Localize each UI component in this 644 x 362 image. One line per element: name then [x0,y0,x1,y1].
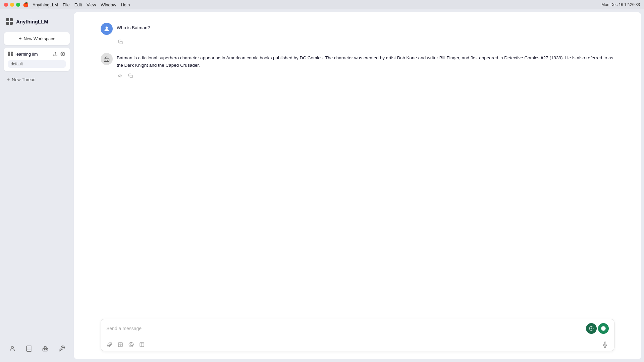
book-icon-button[interactable] [23,343,34,354]
app-logo-icon [5,17,13,25]
svg-point-6 [11,346,13,349]
new-thread-label: New Thread [12,77,36,82]
new-workspace-button[interactable]: + New Workspace [4,32,70,45]
workspace-actions [52,51,66,57]
user-message-content: Who is Batman? [117,23,614,32]
input-container [101,319,614,351]
svg-marker-15 [118,74,120,77]
slash-command-button[interactable] [117,341,124,348]
ai-message-content: Batman is a fictional superhero characte… [117,53,614,69]
svg-point-5 [62,53,63,55]
svg-point-10 [106,26,108,29]
input-bottom [101,338,614,351]
svg-point-8 [44,349,45,350]
svg-rect-1 [10,18,13,21]
svg-rect-12 [104,59,109,61]
menu-file[interactable]: File [63,2,70,7]
user-avatar [101,23,113,35]
svg-rect-19 [140,343,144,347]
traffic-lights[interactable] [4,3,20,7]
user-message-actions [101,39,614,45]
version-label: v1.7.0 [629,2,639,6]
main-content: Who is Batman? [74,12,641,359]
menu-bar: AnythingLLM File Edit View Window Help [33,2,130,7]
send-buttons [586,323,609,334]
agent-icon-button[interactable] [7,343,18,354]
message-input[interactable] [106,326,583,331]
menu-help[interactable]: Help [121,2,130,7]
attachment-button[interactable] [106,341,113,348]
user-copy-button[interactable] [117,39,124,45]
input-tools [106,341,145,348]
svg-rect-11 [120,41,122,44]
svg-rect-16 [130,75,132,78]
workspace-name: learning llm [15,52,50,57]
svg-point-14 [107,60,108,61]
sidebar: AnythingLLM + New Workspace learning llm [0,9,74,362]
thread-item-default[interactable]: default [8,60,66,68]
table-button[interactable] [139,341,145,348]
menu-view[interactable]: View [87,2,96,7]
plus-icon: + [18,36,21,42]
workspace-settings-button[interactable] [60,51,66,57]
menu-window[interactable]: Window [101,2,116,7]
ai-copy-button[interactable] [127,73,134,79]
workspace-row[interactable]: learning llm [5,48,68,60]
input-top [101,319,614,338]
sidebar-footer [4,341,70,357]
workspace-item: learning llm [4,48,70,71]
chat-area: Who is Batman? [74,12,641,313]
message-group-ai: Batman is a fictional superhero characte… [101,53,614,79]
workspace-grid-icon [8,52,13,56]
user-message-text: Who is Batman? [117,24,614,32]
svg-point-9 [46,349,47,350]
tools-icon-button[interactable] [56,343,67,354]
ai-avatar [101,53,113,65]
input-area [74,313,641,359]
svg-rect-3 [10,22,13,25]
microphone-button[interactable] [601,341,609,348]
maximize-button[interactable] [16,3,20,7]
app-title: AnythingLLM [16,19,48,24]
mention-button[interactable] [128,341,135,348]
message-row-ai: Batman is a fictional superhero characte… [101,53,614,69]
svg-point-18 [130,344,132,345]
message-row-user: Who is Batman? [101,23,614,35]
thread-list: default [5,60,68,70]
svg-rect-2 [6,22,9,25]
new-workspace-label: New Workspace [23,36,55,41]
sidebar-header: AnythingLLM [4,15,70,28]
menu-app[interactable]: AnythingLLM [33,2,58,7]
titlebar-left: 🍎 AnythingLLM File Edit View Window Help [4,2,130,7]
close-button[interactable] [4,3,8,7]
workspace-upload-button[interactable] [52,51,58,57]
ai-message-actions [101,73,614,79]
primary-send-button[interactable] [598,323,609,334]
new-thread-button[interactable]: + New Thread [4,74,70,85]
svg-rect-0 [6,18,9,21]
bot-icon-button[interactable] [40,343,51,354]
menu-edit[interactable]: Edit [74,2,82,7]
svg-point-13 [106,60,106,61]
ai-volume-button[interactable] [117,73,124,79]
thread-name: default [11,62,23,66]
app-container: AnythingLLM + New Workspace learning llm [0,9,644,362]
minimize-button[interactable] [10,3,14,7]
message-group-user: Who is Batman? [101,23,614,45]
svg-rect-7 [43,348,48,351]
new-thread-plus-icon: + [7,76,10,82]
titlebar: 🍎 AnythingLLM File Edit View Window Help… [0,0,644,9]
ai-message-text: Batman is a fictional superhero characte… [117,54,614,69]
secondary-send-button[interactable] [586,323,597,334]
apple-icon: 🍎 [23,2,29,7]
